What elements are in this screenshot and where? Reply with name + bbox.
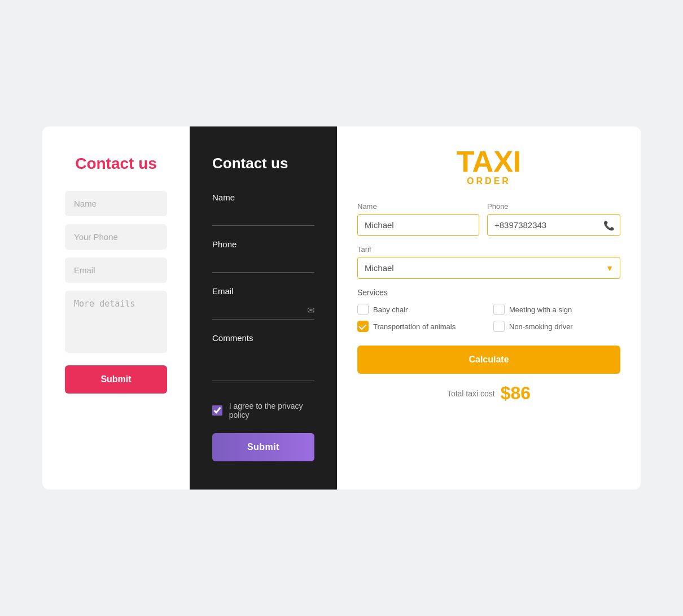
dark-name-label: Name (212, 193, 314, 202)
dark-phone-input[interactable] (212, 254, 314, 273)
non-smoking-label: Non-smoking driver (509, 322, 573, 331)
light-contact-title: Contact us (75, 155, 157, 173)
taxi-name-field: Name (357, 202, 479, 236)
dark-submit-button[interactable]: Submit (212, 433, 314, 461)
taxi-phone-field: Phone 📞 (487, 202, 620, 236)
services-grid: Baby chair Meeting with a sign Transport… (357, 304, 620, 332)
service-non-smoking: Non-smoking driver (493, 321, 620, 332)
total-amount: $86 (501, 383, 531, 404)
light-email-input[interactable] (65, 257, 167, 283)
dark-contact-title: Contact us (212, 155, 314, 172)
phone-icon: 📞 (603, 220, 615, 230)
taxi-header: TAXI ORDER (357, 147, 620, 186)
service-transport-animals: Transportation of animals (357, 321, 484, 332)
dark-email-label: Email (212, 286, 314, 296)
dark-comments-label: Comments (212, 333, 314, 343)
service-baby-chair: Baby chair (357, 304, 484, 315)
baby-chair-checkbox[interactable] (357, 304, 369, 315)
total-label: Total taxi cost (447, 389, 495, 398)
baby-chair-label: Baby chair (373, 305, 408, 314)
privacy-label: I agree to the privacy policy (229, 401, 314, 420)
taxi-phone-input[interactable] (487, 214, 620, 236)
taxi-tarif-label: Tarif (357, 245, 620, 254)
dark-privacy-row: I agree to the privacy policy (212, 401, 314, 420)
taxi-tarif-field: Tarif Michael Standard Business Premium … (357, 245, 620, 279)
meeting-sign-checkbox[interactable] (493, 304, 505, 315)
light-name-input[interactable] (65, 191, 167, 216)
taxi-tarif-select-wrapper: Michael Standard Business Premium ▼ (357, 257, 620, 279)
email-icon: ✉ (307, 305, 314, 316)
cards-wrapper: Contact us Submit Contact us Name Phone … (42, 126, 641, 490)
dark-email-field: Email ✉ (212, 286, 314, 320)
dark-email-wrapper: ✉ (212, 300, 314, 320)
card-light-contact: Contact us Submit (42, 126, 190, 490)
light-submit-button[interactable]: Submit (65, 365, 167, 394)
calculate-button[interactable]: Calculate (357, 346, 620, 374)
taxi-name-input[interactable] (357, 214, 479, 236)
light-details-textarea[interactable] (65, 291, 167, 353)
service-meeting-sign: Meeting with a sign (493, 304, 620, 315)
privacy-checkbox[interactable] (212, 405, 222, 416)
dark-name-input[interactable] (212, 207, 314, 226)
meeting-sign-label: Meeting with a sign (509, 305, 572, 314)
taxi-subtitle: ORDER (357, 176, 620, 186)
dark-comments-textarea[interactable] (212, 347, 314, 381)
transport-animals-checkbox[interactable] (357, 321, 369, 332)
taxi-name-label: Name (357, 202, 479, 211)
taxi-title: TAXI (357, 147, 620, 176)
card-dark-contact: Contact us Name Phone Email ✉ Comments I… (190, 126, 337, 490)
taxi-phone-wrapper: 📞 (487, 214, 620, 236)
non-smoking-checkbox[interactable] (493, 321, 505, 332)
card-taxi: TAXI ORDER Name Phone 📞 Tarif Michael (337, 126, 641, 490)
dark-comments-field: Comments (212, 333, 314, 383)
dark-phone-label: Phone (212, 239, 314, 249)
light-phone-input[interactable] (65, 224, 167, 250)
total-cost-row: Total taxi cost $86 (357, 383, 620, 404)
dark-name-field: Name (212, 193, 314, 226)
transport-animals-label: Transportation of animals (373, 322, 456, 331)
dark-email-input[interactable] (212, 300, 314, 320)
taxi-phone-label: Phone (487, 202, 620, 211)
services-label: Services (357, 288, 620, 297)
taxi-name-phone-row: Name Phone 📞 (357, 202, 620, 236)
taxi-tarif-select[interactable]: Michael Standard Business Premium (357, 257, 620, 279)
dark-phone-field: Phone (212, 239, 314, 273)
